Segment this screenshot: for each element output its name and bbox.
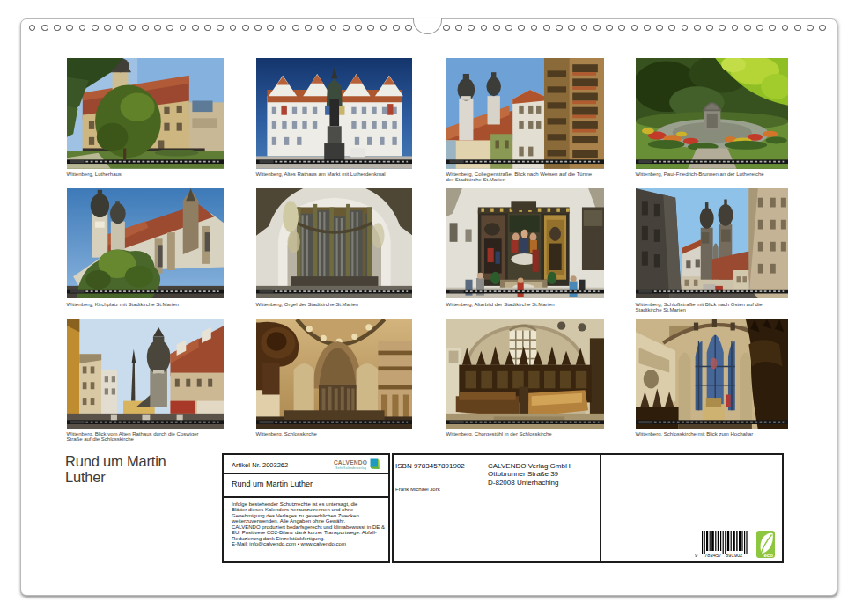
svg-text:eco: eco <box>764 553 774 558</box>
svg-text:891902: 891902 <box>726 553 742 558</box>
svg-text:783457: 783457 <box>704 553 721 558</box>
svg-text:9: 9 <box>695 553 697 558</box>
